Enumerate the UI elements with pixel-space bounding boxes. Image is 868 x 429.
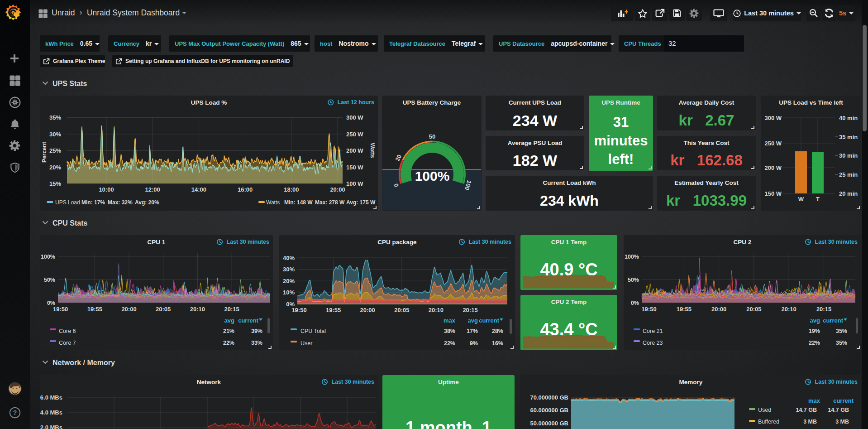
svg-text:20:10: 20:10 — [190, 306, 205, 313]
svg-text:3 MB: 3 MB — [803, 419, 817, 425]
svg-text:10:00: 10:00 — [99, 186, 114, 193]
svg-text:20:15: 20:15 — [463, 307, 477, 313]
svg-text:40%: 40% — [283, 255, 295, 261]
svg-text:T: T — [816, 196, 820, 202]
svg-text:150 W: 150 W — [764, 190, 782, 197]
svg-text:70.000000 GB: 70.000000 GB — [530, 394, 568, 401]
svg-text:100 W: 100 W — [346, 180, 363, 187]
svg-text:current: current — [238, 317, 258, 324]
svg-text:14.7 GB: 14.7 GB — [828, 407, 849, 413]
svg-text:50%: 50% — [44, 277, 55, 283]
svg-text:25%: 25% — [49, 147, 61, 154]
svg-text:50: 50 — [429, 133, 435, 140]
svg-text:Last 30 minutes: Last 30 minutes — [227, 239, 270, 245]
svg-text:30%: 30% — [283, 266, 295, 273]
svg-text:100%: 100% — [41, 254, 55, 260]
svg-text:10%: 10% — [283, 289, 295, 296]
svg-text:12:00: 12:00 — [145, 186, 160, 193]
svg-text:0%: 0% — [631, 300, 639, 306]
svg-text:Max: 32%: Max: 32% — [108, 199, 133, 206]
svg-text:60.000000 GB: 60.000000 GB — [530, 407, 568, 414]
svg-text:Min: 17%: Min: 17% — [81, 199, 105, 206]
svg-text:40 min: 40 min — [839, 115, 858, 121]
svg-text:Min: 148 W: Min: 148 W — [284, 199, 313, 206]
svg-text:38%: 38% — [444, 328, 455, 334]
svg-text:300 W: 300 W — [346, 114, 363, 121]
svg-text:16:00: 16:00 — [238, 186, 253, 193]
svg-text:22%: 22% — [223, 340, 234, 346]
svg-text:250 W: 250 W — [764, 140, 782, 147]
svg-text:50%: 50% — [628, 277, 639, 283]
svg-text:Last 12 hours: Last 12 hours — [338, 99, 374, 106]
svg-text:20%: 20% — [283, 278, 295, 284]
svg-text:35 min: 35 min — [839, 134, 858, 140]
svg-text:19:50: 19:50 — [291, 307, 306, 313]
svg-text:21%: 21% — [223, 328, 234, 334]
svg-text:14.7 GB: 14.7 GB — [796, 407, 817, 413]
svg-text:Last 30 minutes: Last 30 minutes — [332, 379, 375, 385]
svg-text:22%: 22% — [444, 340, 455, 347]
svg-text:50.000000 GB: 50.000000 GB — [530, 420, 568, 427]
svg-text:28%: 28% — [492, 328, 503, 334]
svg-text:3 MB: 3 MB — [835, 419, 849, 425]
svg-text:Last 30 minutes: Last 30 minutes — [815, 379, 858, 385]
svg-text:?: ? — [13, 409, 17, 416]
svg-text:Avg: 20%: Avg: 20% — [135, 199, 159, 206]
svg-text:Buffered: Buffered — [758, 419, 779, 425]
svg-text:Core 23: Core 23 — [643, 340, 663, 346]
svg-text:9%: 9% — [470, 340, 478, 347]
svg-text:19%: 19% — [809, 328, 820, 334]
svg-text:current: current — [823, 317, 843, 324]
svg-text:User: User — [300, 340, 312, 347]
svg-text:Max: 278 W: Max: 278 W — [315, 199, 345, 206]
svg-text:Core 21: Core 21 — [643, 328, 663, 334]
svg-text:UPS Load: UPS Load — [55, 199, 80, 206]
svg-text:19:50: 19:50 — [53, 306, 68, 313]
svg-text:20:10: 20:10 — [782, 306, 796, 313]
svg-text:33%: 33% — [251, 340, 262, 346]
svg-text:22%: 22% — [809, 340, 820, 346]
svg-text:Core 6: Core 6 — [59, 328, 76, 334]
svg-text:20:00: 20:00 — [360, 307, 375, 313]
svg-text:Avg: 175 W: Avg: 175 W — [346, 199, 376, 206]
svg-text:35%: 35% — [49, 114, 61, 121]
svg-text:30%: 30% — [49, 131, 61, 138]
svg-text:250 W: 250 W — [346, 131, 363, 138]
svg-text:19:55: 19:55 — [677, 306, 692, 313]
svg-text:19:50: 19:50 — [641, 306, 656, 313]
svg-text:CPU Total: CPU Total — [300, 328, 326, 334]
svg-text:25 min: 25 min — [839, 171, 858, 178]
svg-text:20 min: 20 min — [839, 190, 858, 197]
svg-text:150 W: 150 W — [346, 164, 363, 171]
svg-text:max: max — [444, 317, 456, 324]
svg-text:14:00: 14:00 — [191, 186, 206, 193]
svg-text:200 W: 200 W — [346, 147, 363, 154]
svg-text:4.0 MBs: 4.0 MBs — [40, 409, 62, 416]
svg-text:Percent: Percent — [41, 141, 48, 163]
svg-text:19:55: 19:55 — [87, 306, 102, 313]
svg-text:17%: 17% — [467, 328, 478, 334]
svg-text:20:10: 20:10 — [429, 307, 444, 313]
svg-text:6.0 MBs: 6.0 MBs — [40, 394, 62, 401]
svg-text:2.0 MBs: 2.0 MBs — [40, 424, 62, 429]
svg-text:Core 7: Core 7 — [59, 340, 76, 346]
svg-text:max: max — [808, 397, 820, 404]
svg-text:Used: Used — [758, 407, 771, 413]
svg-text:100%: 100% — [625, 254, 639, 260]
svg-text:300 W: 300 W — [764, 115, 782, 121]
svg-text:20%: 20% — [49, 164, 61, 171]
svg-text:39%: 39% — [251, 328, 262, 334]
svg-text:20:00: 20:00 — [121, 306, 136, 313]
svg-text:20:00: 20:00 — [330, 186, 345, 193]
svg-text:20:05: 20:05 — [156, 306, 171, 313]
svg-text:200 W: 200 W — [764, 164, 782, 171]
svg-text:Last 30 minutes: Last 30 minutes — [469, 239, 512, 245]
svg-text:16%: 16% — [492, 340, 503, 347]
svg-text:19:55: 19:55 — [326, 307, 341, 313]
svg-text:30 min: 30 min — [839, 152, 858, 159]
svg-text:18:00: 18:00 — [284, 186, 299, 193]
svg-text:15%: 15% — [49, 180, 61, 187]
svg-text:avg: avg — [810, 317, 820, 324]
svg-text:20:05: 20:05 — [394, 307, 409, 313]
svg-text:100%: 100% — [415, 169, 450, 183]
